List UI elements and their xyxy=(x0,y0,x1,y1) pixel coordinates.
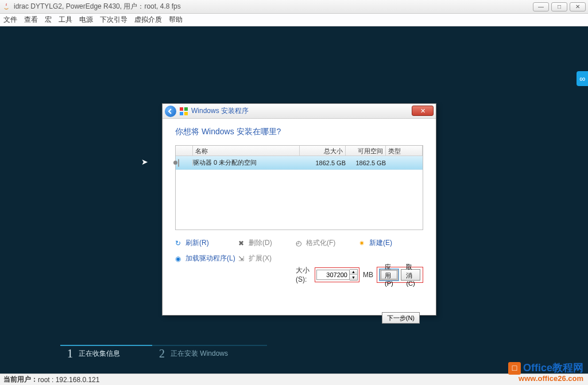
delete-action[interactable]: ✖ 删除(D) xyxy=(238,238,296,248)
load-driver-action[interactable]: ◉ 加载驱动程序(L) xyxy=(175,254,238,263)
status-label: 当前用户： xyxy=(3,375,38,384)
dialog-close-button[interactable]: ✕ xyxy=(412,106,434,116)
size-row: 大小(S): ▲ ▼ MB 应用(P) 取消(C) xyxy=(175,266,423,283)
idrac-menubar: 文件 查看 宏 工具 电源 下次引导 虚拟介质 帮助 xyxy=(0,14,588,26)
new-icon: ✷ xyxy=(359,239,367,247)
menu-help[interactable]: 帮助 xyxy=(169,15,183,25)
install-steps: 1 正在收集信息 2 正在安装 Windows xyxy=(60,345,524,361)
windows-setup-dialog: Windows 安装程序 ✕ 你想将 Windows 安装在哪里? 名称 总大小… xyxy=(162,103,436,316)
col-name[interactable]: 名称 xyxy=(193,146,300,155)
new-label: 新建(E) xyxy=(369,238,392,248)
format-action[interactable]: ◴ 格式化(F) xyxy=(296,238,359,248)
menu-power[interactable]: 电源 xyxy=(79,15,93,25)
extend-icon: ⇲ xyxy=(238,255,246,263)
step-2-label: 正在安装 Windows xyxy=(171,349,228,359)
disk-table-header: 名称 总大小 可用空间 类型 xyxy=(176,146,423,156)
menu-virtualmedia[interactable]: 虚拟介质 xyxy=(134,15,162,25)
next-button[interactable]: 下一步(N) xyxy=(382,312,420,324)
refresh-icon: ↻ xyxy=(175,239,183,247)
menu-tools[interactable]: 工具 xyxy=(59,15,72,25)
java-icon xyxy=(2,3,10,11)
status-bar: 当前用户： root : 192.168.0.121 xyxy=(0,374,588,385)
step-2: 2 正在安装 Windows xyxy=(152,345,267,361)
maximize-button[interactable]: □ xyxy=(551,2,567,11)
delete-label: 删除(D) xyxy=(249,238,272,248)
side-tab[interactable]: ∞ xyxy=(577,71,588,86)
step-1: 1 正在收集信息 xyxy=(60,345,152,361)
disk-name: 驱动器 0 未分配的空间 xyxy=(193,158,300,167)
menu-nextboot[interactable]: 下次引导 xyxy=(100,15,127,25)
watermark: □ Office教程网 www.office26.com xyxy=(508,362,583,383)
mouse-cursor-icon: ➤ xyxy=(141,157,148,166)
new-action[interactable]: ✷ 新建(E) xyxy=(359,238,428,248)
hdd-icon xyxy=(178,159,179,167)
menu-view[interactable]: 查看 xyxy=(24,15,38,25)
refresh-label: 刷新(R) xyxy=(185,238,209,248)
remote-console: ➤ Windows 安装程序 ✕ 你想将 Windows 安装在哪里? 名称 总… xyxy=(0,26,588,374)
format-icon: ◴ xyxy=(296,239,304,247)
size-input-highlight: ▲ ▼ xyxy=(315,267,359,282)
step-1-label: 正在收集信息 xyxy=(79,349,120,359)
size-input[interactable] xyxy=(316,270,350,280)
disk-total: 1862.5 GB xyxy=(300,160,346,166)
windows-flag-icon xyxy=(180,107,188,115)
col-total[interactable]: 总大小 xyxy=(300,146,346,155)
refresh-action[interactable]: ↻ 刷新(R) xyxy=(175,238,238,248)
col-free[interactable]: 可用空间 xyxy=(346,146,386,155)
format-label: 格式化(F) xyxy=(306,238,335,248)
load-driver-icon: ◉ xyxy=(175,255,183,263)
watermark-line1: Office教程网 xyxy=(523,363,583,374)
idrac-titlebar: idrac DYTYLG2, PowerEdge R430, 用户：root, … xyxy=(0,0,588,14)
step-1-number: 1 xyxy=(67,347,73,360)
menu-file[interactable]: 文件 xyxy=(3,15,17,25)
extend-action[interactable]: ⇲ 扩展(X) xyxy=(238,254,296,263)
watermark-logo-icon: □ xyxy=(508,362,521,375)
disk-actions: ↻ 刷新(R) ✖ 删除(D) ◴ 格式化(F) ✷ 新建(E) ◉ 加载驱 xyxy=(175,238,423,263)
spin-down-icon[interactable]: ▼ xyxy=(350,275,357,280)
load-driver-label: 加载驱动程序(L) xyxy=(185,254,235,263)
cancel-button[interactable]: 取消(C) xyxy=(401,269,420,281)
close-button[interactable]: ✕ xyxy=(570,2,586,11)
delete-icon: ✖ xyxy=(238,239,246,247)
disk-free: 1862.5 GB xyxy=(346,160,386,166)
status-value: root : 192.168.0.121 xyxy=(38,376,99,384)
size-spinner[interactable]: ▲ ▼ xyxy=(350,269,358,281)
menu-macro[interactable]: 宏 xyxy=(45,15,52,25)
dialog-titlebar: Windows 安装程序 ✕ xyxy=(163,104,436,119)
idrac-title: idrac DYTYLG2, PowerEdge R430, 用户：root, … xyxy=(14,2,533,11)
dialog-title: Windows 安装程序 xyxy=(191,106,249,116)
apply-cancel-highlight: 应用(P) 取消(C) xyxy=(377,267,423,283)
spin-up-icon[interactable]: ▲ xyxy=(350,270,357,275)
apply-button[interactable]: 应用(P) xyxy=(380,269,399,281)
extend-label: 扩展(X) xyxy=(249,254,272,263)
disk-table: 名称 总大小 可用空间 类型 驱动器 0 未分配的空间 1862.5 GB 18… xyxy=(175,145,423,230)
back-button[interactable] xyxy=(165,106,176,117)
minimize-button[interactable]: — xyxy=(533,2,549,11)
size-label: 大小(S): xyxy=(296,266,311,283)
dialog-question: 你想将 Windows 安装在哪里? xyxy=(175,127,423,137)
size-unit: MB xyxy=(363,271,373,279)
disk-row-selected[interactable]: 驱动器 0 未分配的空间 1862.5 GB 1862.5 GB xyxy=(176,156,423,170)
step-2-number: 2 xyxy=(159,347,165,360)
col-type[interactable]: 类型 xyxy=(386,146,423,155)
watermark-line2: www.office26.com xyxy=(508,375,583,383)
